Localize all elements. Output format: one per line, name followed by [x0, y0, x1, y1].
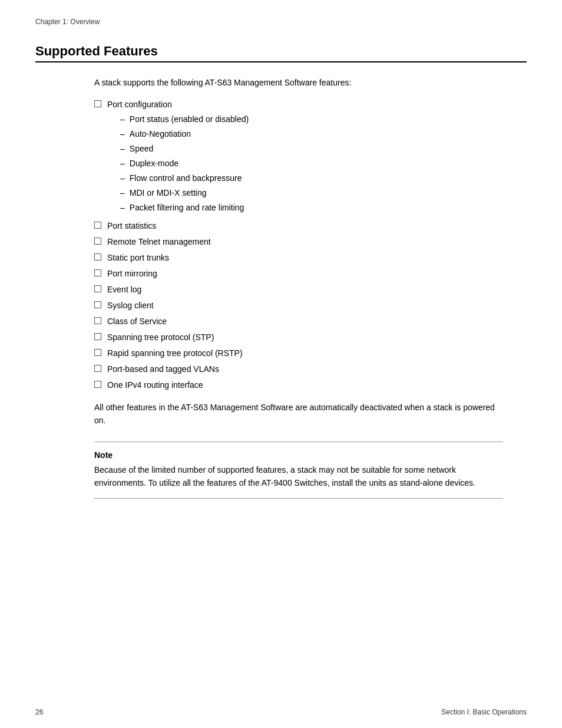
footer-section-label: Section I: Basic Operations	[441, 708, 527, 716]
chapter-label: Chapter 1: Overview	[35, 18, 527, 26]
dash-icon: –	[120, 113, 125, 126]
sub-list-item: –Port status (enabled or disabled)	[120, 113, 249, 126]
list-item: Spanning tree protocol (STP)	[94, 331, 503, 344]
checkbox-icon	[94, 222, 101, 229]
feature-label: Class of Service	[107, 315, 167, 328]
checkbox-icon	[94, 381, 101, 388]
sub-list-item: –MDI or MDI-X setting	[120, 187, 249, 199]
feature-list: Port configuration –Port status (enabled…	[94, 98, 503, 391]
feature-label: Syslog client	[107, 299, 154, 312]
sub-list-item: –Speed	[120, 143, 249, 155]
section-title: Supported Features	[35, 44, 527, 59]
dash-icon: –	[120, 202, 125, 214]
checkbox-icon	[94, 365, 101, 372]
title-rule	[35, 61, 527, 62]
list-item: Static port trunks	[94, 252, 503, 264]
checkbox-icon	[94, 253, 101, 261]
feature-label: Port statistics	[107, 220, 156, 232]
dash-icon: –	[120, 187, 125, 199]
summary-text: All other features in the AT-S63 Managem…	[94, 401, 503, 427]
list-item: Port mirroring	[94, 268, 503, 280]
sub-list: –Port status (enabled or disabled) –Auto…	[120, 113, 249, 214]
list-item: Port statistics	[94, 220, 503, 232]
dash-icon: –	[120, 143, 125, 155]
note-content: Because of the limited number of support…	[94, 463, 503, 490]
sub-list-item: –Duplex-mode	[120, 157, 249, 170]
checkbox-icon	[94, 285, 101, 292]
list-item: Remote Telnet management	[94, 236, 503, 248]
feature-label: Spanning tree protocol (STP)	[107, 331, 214, 344]
sub-list-item: –Packet filtering and rate limiting	[120, 202, 249, 214]
dash-icon: –	[120, 157, 125, 170]
list-item: One IPv4 routing interface	[94, 379, 503, 391]
feature-label: Port mirroring	[107, 268, 157, 280]
feature-label: Rapid spanning tree protocol (RSTP)	[107, 347, 243, 360]
checkbox-icon	[94, 238, 101, 245]
note-box: Note Because of the limited number of su…	[94, 442, 503, 499]
list-item: Event log	[94, 284, 503, 296]
list-item: Port-based and tagged VLANs	[94, 363, 503, 375]
list-item: Syslog client	[94, 299, 503, 312]
checkbox-icon	[94, 269, 101, 276]
feature-label: Remote Telnet management	[107, 236, 211, 248]
dash-icon: –	[120, 128, 125, 140]
checkbox-icon	[94, 100, 101, 107]
feature-label: Static port trunks	[107, 252, 169, 264]
list-item: Port configuration –Port status (enabled…	[94, 98, 503, 216]
footer-page-number: 26	[35, 708, 43, 716]
dash-icon: –	[120, 172, 125, 185]
checkbox-icon	[94, 333, 101, 340]
feature-label: Event log	[107, 284, 141, 296]
note-title: Note	[94, 450, 503, 460]
list-item: Class of Service	[94, 315, 503, 328]
content-area: A stack supports the following AT-S63 Ma…	[94, 77, 503, 499]
sub-list-item: –Flow control and backpressure	[120, 172, 249, 185]
feature-label: Port configuration	[107, 100, 172, 109]
list-item: Rapid spanning tree protocol (RSTP)	[94, 347, 503, 360]
feature-label: Port-based and tagged VLANs	[107, 363, 219, 375]
checkbox-icon	[94, 349, 101, 356]
checkbox-icon	[94, 301, 101, 308]
intro-text: A stack supports the following AT-S63 Ma…	[94, 77, 503, 89]
checkbox-icon	[94, 317, 101, 324]
feature-label: One IPv4 routing interface	[107, 379, 203, 391]
sub-list-item: –Auto-Negotiation	[120, 128, 249, 140]
page-container: Chapter 1: Overview Supported Features A…	[0, 0, 562, 728]
